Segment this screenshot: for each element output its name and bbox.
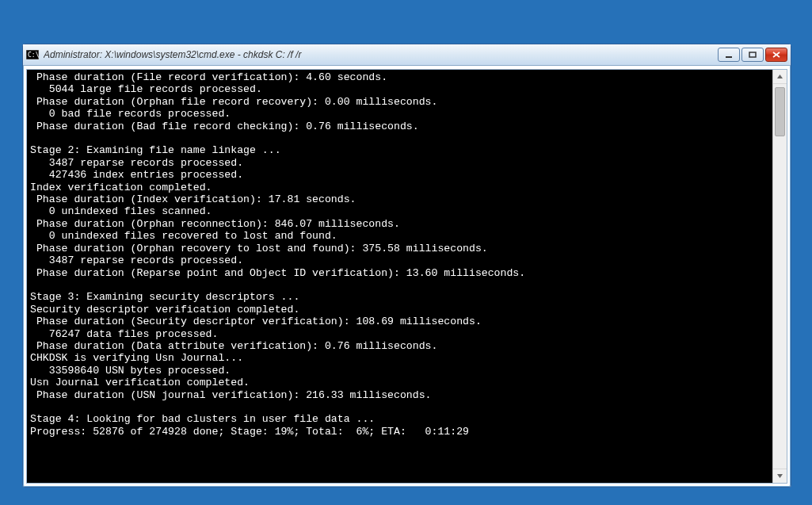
- scroll-down-button[interactable]: [773, 469, 787, 483]
- window-title: Administrator: X:\windows\system32\cmd.e…: [44, 49, 718, 60]
- svg-marker-6: [777, 75, 783, 78]
- scroll-up-button[interactable]: [773, 70, 787, 84]
- titlebar[interactable]: C:\ Administrator: X:\windows\system32\c…: [23, 44, 791, 66]
- svg-rect-0: [26, 50, 39, 59]
- svg-rect-3: [749, 52, 756, 57]
- close-button[interactable]: [765, 48, 787, 62]
- console-area: Phase duration (File record verification…: [26, 69, 787, 484]
- scroll-track[interactable]: [773, 84, 787, 469]
- svg-marker-7: [777, 474, 783, 478]
- minimize-button[interactable]: [718, 48, 740, 62]
- svg-text:C:\: C:\: [28, 52, 39, 59]
- console-output[interactable]: Phase duration (File record verification…: [27, 70, 772, 483]
- vertical-scrollbar[interactable]: [772, 70, 787, 483]
- maximize-button[interactable]: [741, 48, 764, 62]
- svg-line-4: [773, 52, 780, 57]
- cmd-icon: C:\: [26, 49, 39, 60]
- scroll-thumb[interactable]: [775, 87, 785, 136]
- svg-rect-2: [726, 56, 732, 58]
- svg-line-5: [773, 52, 780, 57]
- window-controls: [718, 48, 787, 62]
- cmd-window: C:\ Administrator: X:\windows\system32\c…: [22, 44, 791, 488]
